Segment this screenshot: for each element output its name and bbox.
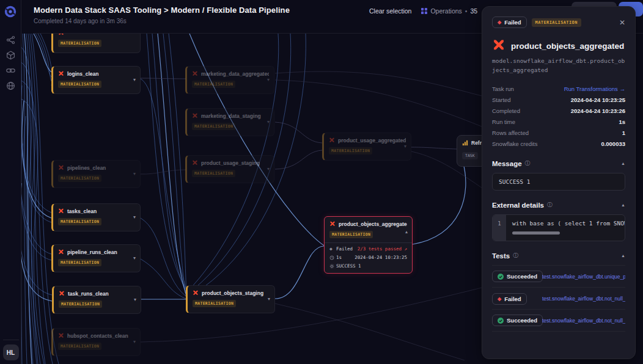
chevron-down-icon[interactable]: ▾ [267,166,270,172]
detail-row-run-time: Run time 1s [492,116,625,127]
model-path: model.snowflake_airflow_dbt.product_obje… [492,57,625,75]
operations-filter[interactable]: Operations • 35 [421,7,477,15]
node-name: pipeline_runs_clean [67,249,117,255]
dag-node-task-runs-clean[interactable]: task_runs_clean ▾ MATERIALISATION [52,286,141,314]
chevron-down-icon[interactable]: ▾ [133,171,136,177]
dbt-icon [193,290,199,296]
page-subtitle: Completed 14 days ago in 3m 36s [34,18,127,24]
tests-section-header: Tests ⓘ ▲ [492,252,625,260]
task-badge: TASK [462,152,478,159]
panel-title: product_objects_aggregated [511,42,624,51]
collapse-icon[interactable]: ▲ [621,161,625,166]
operations-count: 35 [471,7,478,15]
materialisation-badge: MATERIALISATION [58,40,101,47]
materialisation-badge: MATERIALISATION [58,218,101,225]
test-status-badge: Succeeded [492,315,543,326]
dbt-icon [192,113,198,119]
dbt-icon [192,160,198,166]
dbt-icon [58,71,64,77]
dag-node-pipelines-clean[interactable]: pipelines_clean ▾ MATERIALISATION [51,160,141,188]
dag-node-hubspot-contacts-clean[interactable]: hubspot_contacts_clean ▾ MATERIALISATION [51,328,141,356]
materialisation-badge: MATERIALISATION [58,343,101,350]
dag-node-pipeline-runs-clean[interactable]: pipeline_runs_clean ▾ MATERIALISATION [51,244,141,272]
info-icon[interactable]: ⓘ [547,201,553,209]
clock-icon [329,255,336,260]
chart-icon [462,140,468,146]
chevron-down-icon[interactable]: ▾ [133,214,136,220]
user-avatar[interactable]: HL [3,344,19,360]
dag-node-product-usage-staging[interactable]: product_usage_staging ▾ MATERIALISATION [185,155,274,183]
failed-diamond-icon: ◆ [329,246,336,252]
page-title: Modern Data Stack SAAS Tooling > Modern … [34,5,290,15]
info-icon[interactable]: ⓘ [513,252,518,260]
horizontal-scrollbar[interactable] [512,231,560,235]
dag-node-marketing-data-aggregated[interactable]: marketing_data_aggregated ▾ MATERIALISAT… [185,66,274,94]
app-root: MATERIALISATION logins_clean ▾ MATERIALI… [0,0,643,364]
globe-icon[interactable] [6,81,15,90]
dag-node-product-objects-aggregated-selected[interactable]: product_objects_aggregated ▴ MATERIALISA… [324,216,413,274]
node-status-label: Failed [336,246,353,252]
dag-node-product-usage-aggregated[interactable]: product_usage_aggregated ▾ MATERIALISATI… [322,133,411,161]
chevron-down-icon[interactable]: ▾ [267,77,270,82]
sidebar: HL [0,0,21,364]
tests-summary-link[interactable]: 2/3 tests passed ↗ [358,246,407,252]
sql-code-line: with base as ( select 1 from SNOWFLAKE [512,220,619,227]
collapse-icon[interactable]: ▲ [621,253,625,258]
detail-row-rows-affected: Rows affected 1 [492,127,625,138]
node-name: hubspot_contacts_clean [67,333,128,339]
orchestra-logo[interactable] [4,5,17,18]
line-number: 1 [493,215,506,241]
chevron-down-icon[interactable]: ▾ [133,339,136,344]
materialisation-badge: MATERIALISATION [58,259,101,266]
dag-node-logins-clean[interactable]: logins_clean ▾ MATERIALISATION [51,66,141,94]
bullet-separator: • [465,7,468,15]
chevron-down-icon[interactable]: ▾ [133,77,136,82]
test-row: Succeeded test.snowflake_airflow_dbt.not… [492,310,625,332]
node-name: tasks_clean [67,208,97,214]
node-name: marketing_data_staging [201,113,261,119]
chevron-down-icon[interactable]: ▾ [268,296,270,302]
dbt-icon [58,165,64,171]
message-section-header: Message ⓘ ▲ [492,159,625,167]
dag-node-tasks-clean[interactable]: tasks_clean ▾ MATERIALISATION [51,203,141,231]
external-details-heading: External details [492,202,544,209]
dag-node-marketing-data-staging[interactable]: marketing_data_staging ▾ MATERIALISATION [185,108,274,136]
status-badge-label: Failed [504,19,521,26]
divider [3,340,19,340]
failed-diamond-icon: ◆ [498,20,501,25]
collapse-icon[interactable]: ▲ [621,203,625,207]
node-runtime-row: 1s 2024-04-24 10:23:25 [329,255,407,260]
node-message: SUCCESS 1 [336,263,361,269]
chevron-down-icon[interactable]: ▾ [133,255,136,261]
test-link[interactable]: test.snowflake_airflow_dbt.not_null_pr [542,296,625,302]
chevron-up-icon[interactable]: ▴ [405,229,408,235]
tests-heading: Tests [492,252,510,260]
link-icon[interactable] [6,66,15,75]
node-name: product_objects_aggregated [339,221,407,227]
external-details-section-header: External details ⓘ ▲ [492,201,625,209]
materialisation-badge: MATERIALISATION [329,231,373,238]
test-row: ◆ Failed test.snowflake_airflow_dbt.not_… [492,288,625,310]
materialisation-badge: MATERIALISATION [59,300,102,308]
dag-node-product-objects-staging[interactable]: product_objects_staging ▾ MATERIALISATIO… [186,285,275,313]
test-link[interactable]: test.snowflake_airflow_dbt.not_null_pr [542,318,625,324]
pipeline-graph-icon[interactable] [6,35,15,45]
panel-title-row: product_objects_aggregated [492,39,625,53]
chevron-down-icon[interactable]: ▾ [404,144,406,149]
node-timestamp: 2024-04-24 10:23:25 [355,255,407,260]
node-name: logins_clean [67,71,99,77]
task-run-link[interactable]: Run Transformations → [564,86,625,92]
dbt-icon [58,208,64,214]
node-name: product_objects_staging [202,290,263,296]
failed-diamond-icon: ◆ [498,296,501,302]
chevron-down-icon[interactable]: ▾ [267,119,270,125]
info-icon[interactable]: ⓘ [525,159,531,167]
panel-header: ◆ Failed MATERIALISATION ✕ [492,16,625,28]
cube-icon[interactable] [6,51,15,60]
test-link[interactable]: test.snowflake_airflow_dbt.unique_pro [542,274,625,280]
gear-icon [329,264,336,269]
node-name: product_usage_staging [201,160,260,166]
chevron-down-icon[interactable]: ▾ [134,297,136,302]
close-icon[interactable]: ✕ [619,18,625,27]
clear-selection-button[interactable]: Clear selection [369,7,411,15]
